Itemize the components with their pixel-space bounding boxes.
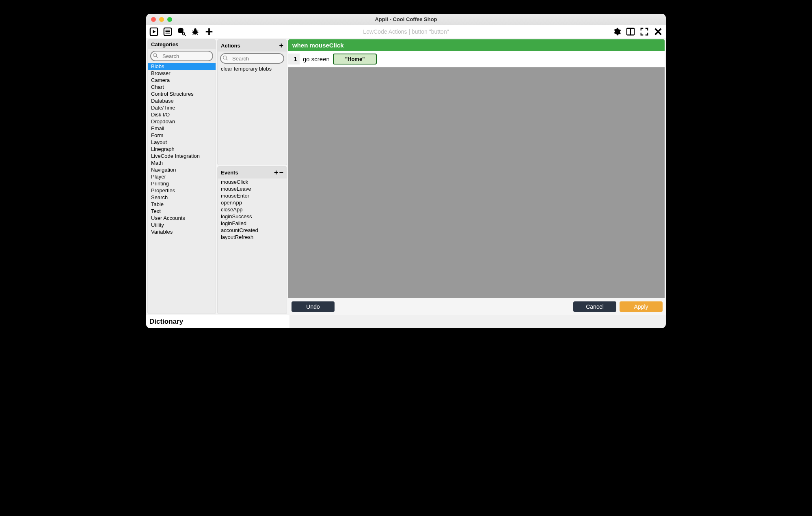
search-icon <box>222 55 228 61</box>
svg-line-13 <box>197 32 199 32</box>
category-item[interactable]: LiveCode Integration <box>148 153 216 159</box>
plus-icon[interactable] <box>205 27 214 36</box>
bug-icon[interactable] <box>191 27 200 36</box>
split-view-icon[interactable] <box>626 27 635 36</box>
category-item[interactable]: Blobs <box>148 63 216 70</box>
category-item[interactable]: Disk I/O <box>148 111 216 118</box>
event-item[interactable]: loginSuccess <box>218 213 287 220</box>
category-item[interactable]: Form <box>148 132 216 139</box>
events-panel: Events +− mouseClickmouseLeavemouseEnter… <box>217 166 287 314</box>
middle-column: Actions + clear temporary blobs Events +… <box>217 38 288 315</box>
category-item[interactable]: Printing <box>148 180 216 187</box>
minimize-window-button[interactable] <box>159 17 164 22</box>
svg-line-12 <box>192 32 194 32</box>
app-window: Appli - Cool Coffee Shop LowCode Actions… <box>146 14 666 328</box>
category-item[interactable]: Text <box>148 208 216 215</box>
svg-point-9 <box>194 28 197 30</box>
category-item[interactable]: Search <box>148 194 216 201</box>
database-icon[interactable] <box>177 27 186 36</box>
event-item[interactable]: closeApp <box>218 206 287 213</box>
search-icon <box>153 53 158 58</box>
add-event-icon[interactable]: + <box>274 168 279 177</box>
event-item[interactable]: mouseLeave <box>218 185 287 192</box>
events-list: mouseClickmouseLeavemouseEnteropenAppclo… <box>218 178 287 314</box>
gear-icon[interactable] <box>612 27 621 36</box>
svg-line-14 <box>193 33 194 34</box>
actions-list: clear temporary blobs <box>218 65 287 165</box>
category-item[interactable]: Navigation <box>148 166 216 173</box>
category-item[interactable]: Control Structures <box>148 90 216 97</box>
editor-area: when mouseClick 1go screen"Home" <box>288 39 665 298</box>
right-column: when mouseClick 1go screen"Home" Undo Ca… <box>288 38 666 315</box>
svg-line-10 <box>192 31 194 31</box>
category-item[interactable]: Dropdown <box>148 118 216 125</box>
event-block-header[interactable]: when mouseClick <box>288 39 665 51</box>
zoom-window-button[interactable] <box>167 17 172 22</box>
svg-point-24 <box>223 56 227 59</box>
action-row[interactable]: 1go screen"Home" <box>288 51 665 67</box>
apply-button[interactable]: Apply <box>620 301 663 312</box>
category-item[interactable]: Browser <box>148 70 216 77</box>
categories-header: Categories <box>148 40 216 49</box>
svg-point-22 <box>153 54 157 57</box>
close-window-button[interactable] <box>151 17 156 22</box>
list-icon[interactable] <box>163 27 172 36</box>
close-icon[interactable] <box>654 27 663 36</box>
event-item[interactable]: openApp <box>218 199 287 206</box>
category-item[interactable]: Email <box>148 125 216 132</box>
dictionary-panel: Dictionary <box>146 315 289 328</box>
category-item[interactable]: Table <box>148 201 216 208</box>
category-item[interactable]: Utility <box>148 221 216 228</box>
events-header: Events +− <box>218 167 287 178</box>
window-controls <box>146 17 172 22</box>
event-item[interactable]: accountCreated <box>218 227 287 234</box>
left-column: Categories BlobsBrowserCameraChartContro… <box>146 38 217 315</box>
category-item[interactable]: Math <box>148 159 216 166</box>
remove-event-icon[interactable]: − <box>279 168 283 177</box>
svg-line-11 <box>197 31 199 31</box>
category-item[interactable]: Date/Time <box>148 104 216 111</box>
fullscreen-icon[interactable] <box>640 27 649 36</box>
add-action-icon[interactable]: + <box>279 41 283 50</box>
categories-list: BlobsBrowserCameraChartControl Structure… <box>148 63 216 314</box>
category-item[interactable]: Database <box>148 97 216 104</box>
line-number: 1 <box>288 54 300 64</box>
event-item[interactable]: mouseClick <box>218 178 287 185</box>
dictionary-title: Dictionary <box>149 318 286 326</box>
toolbar-subtitle: LowCode Actions | button "button" <box>146 28 666 35</box>
window-title: Appli - Cool Coffee Shop <box>146 16 666 22</box>
categories-search-input[interactable] <box>150 51 213 61</box>
category-item[interactable]: Properties <box>148 187 216 194</box>
event-item[interactable]: loginFailed <box>218 220 287 227</box>
svg-line-7 <box>184 34 186 36</box>
category-item[interactable]: Variables <box>148 228 216 235</box>
content-area: Categories BlobsBrowserCameraChartContro… <box>146 38 666 315</box>
category-item[interactable]: Linegraph <box>148 146 216 153</box>
event-item[interactable]: mouseEnter <box>218 192 287 199</box>
category-item[interactable]: User Accounts <box>148 215 216 221</box>
category-item[interactable]: Layout <box>148 139 216 146</box>
actions-panel: Actions + clear temporary blobs <box>217 39 287 165</box>
action-param[interactable]: "Home" <box>333 54 377 64</box>
categories-panel: Categories BlobsBrowserCameraChartContro… <box>147 39 216 314</box>
category-item[interactable]: Camera <box>148 77 216 84</box>
category-item[interactable]: Chart <box>148 84 216 90</box>
footer-bar: Undo Cancel Apply <box>288 298 666 315</box>
actions-header: Actions + <box>218 40 287 52</box>
svg-line-23 <box>156 56 158 58</box>
toolbar: LowCode Actions | button "button" <box>146 25 666 38</box>
titlebar: Appli - Cool Coffee Shop <box>146 14 666 25</box>
svg-line-25 <box>226 59 228 60</box>
actions-search-input[interactable] <box>220 53 284 64</box>
category-item[interactable]: Player <box>148 173 216 180</box>
svg-line-15 <box>197 33 198 34</box>
cancel-button[interactable]: Cancel <box>573 301 616 312</box>
action-text: go screen <box>303 56 330 62</box>
action-item[interactable]: clear temporary blobs <box>218 65 287 72</box>
undo-button[interactable]: Undo <box>292 301 335 312</box>
play-icon[interactable] <box>149 27 158 36</box>
event-item[interactable]: layoutRefresh <box>218 234 287 241</box>
